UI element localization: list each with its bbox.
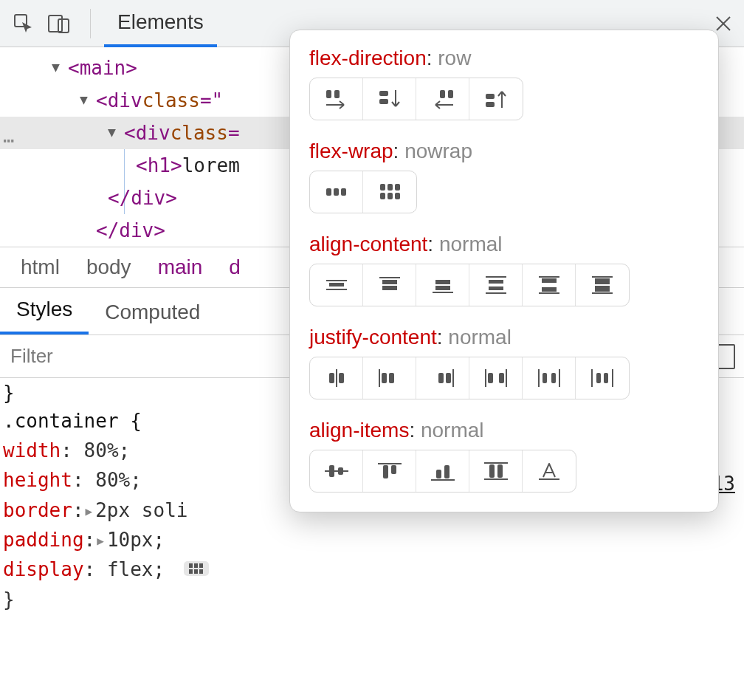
svg-rect-33 (542, 278, 557, 283)
svg-rect-10 (334, 90, 340, 98)
align-items-baseline-btn[interactable] (523, 450, 576, 492)
svg-rect-48 (604, 373, 608, 383)
svg-rect-32 (489, 286, 503, 290)
section-align-items: align-items: normal (309, 419, 703, 493)
tag-div: div (136, 117, 170, 149)
svg-rect-4 (194, 563, 198, 568)
val-flex-wrap: nowrap (404, 140, 472, 162)
svg-rect-12 (379, 99, 388, 104)
align-items-end-btn[interactable] (416, 450, 469, 492)
crumb-main[interactable]: main (145, 255, 216, 279)
svg-rect-11 (379, 91, 388, 96)
svg-rect-49 (329, 465, 334, 477)
svg-rect-43 (488, 373, 493, 383)
svg-rect-42 (446, 373, 451, 383)
attr-class: class (170, 117, 228, 149)
align-items-stretch-btn[interactable] (469, 450, 523, 492)
align-content-space-between-btn[interactable] (523, 264, 576, 306)
svg-rect-51 (383, 465, 388, 478)
section-flex-direction: flex-direction: row (309, 47, 703, 120)
svg-rect-22 (395, 184, 400, 191)
inspect-icon[interactable] (6, 6, 41, 41)
svg-rect-52 (391, 465, 396, 474)
css-decl-padding[interactable]: padding:▶10px; (3, 525, 744, 555)
align-items-center-btn[interactable] (310, 450, 363, 492)
flex-editor-badge[interactable] (184, 561, 209, 576)
val-align-content: normal (439, 233, 503, 255)
justify-content-end-btn[interactable] (416, 357, 469, 399)
svg-rect-50 (338, 467, 343, 475)
flex-wrap-wrap-btn[interactable] (363, 171, 416, 213)
justify-content-space-evenly-btn[interactable] (576, 357, 629, 399)
tag-main: <main> (68, 52, 137, 84)
flex-direction-row-reverse-btn[interactable] (416, 78, 469, 120)
svg-rect-44 (499, 373, 504, 383)
flex-direction-row-btn[interactable] (310, 78, 363, 120)
svg-rect-19 (341, 188, 346, 196)
svg-rect-3 (189, 563, 193, 568)
svg-rect-6 (189, 569, 193, 574)
tag-h1: <h1> (136, 149, 182, 182)
subtab-computed-label: Computed (105, 301, 200, 323)
svg-rect-28 (382, 286, 397, 290)
css-rule-close: } (3, 585, 744, 614)
svg-rect-38 (339, 373, 344, 383)
text-node: lorem (182, 149, 240, 182)
justify-content-space-between-btn[interactable] (469, 357, 523, 399)
svg-rect-20 (380, 184, 385, 191)
section-flex-wrap: flex-wrap: nowrap (309, 140, 703, 213)
svg-rect-24 (388, 193, 393, 199)
justify-content-center-btn[interactable] (310, 357, 363, 399)
crumb-div[interactable]: d (216, 255, 254, 279)
svg-rect-5 (199, 563, 203, 568)
flex-wrap-nowrap-btn[interactable] (310, 171, 363, 213)
svg-rect-8 (199, 569, 203, 574)
svg-rect-55 (489, 464, 495, 478)
svg-rect-15 (486, 94, 495, 99)
tag-div-close: </div> (108, 182, 177, 214)
svg-rect-18 (334, 188, 339, 196)
align-content-stretch-btn[interactable] (576, 264, 629, 306)
svg-rect-56 (497, 464, 503, 478)
justify-content-space-around-btn[interactable] (523, 357, 576, 399)
align-content-center-btn[interactable] (310, 264, 363, 306)
crumb-html[interactable]: html (7, 255, 73, 279)
prop-justify-content: justify-content (309, 326, 437, 349)
align-content-space-around-btn[interactable] (469, 264, 523, 306)
svg-rect-9 (326, 90, 331, 98)
align-content-start-btn[interactable] (363, 264, 416, 306)
svg-rect-47 (596, 373, 601, 383)
prop-flex-direction: flex-direction (309, 47, 427, 69)
svg-rect-54 (444, 465, 450, 478)
svg-rect-7 (194, 569, 198, 574)
svg-rect-25 (395, 193, 400, 199)
css-decl-display[interactable]: display: flex; (3, 555, 744, 584)
val-justify-content: normal (448, 326, 512, 349)
section-justify-content: justify-content: normal (309, 326, 703, 399)
subtab-styles-label: Styles (16, 298, 72, 320)
flex-direction-column-reverse-btn[interactable] (469, 78, 523, 120)
svg-rect-39 (382, 373, 387, 383)
align-items-start-btn[interactable] (363, 450, 416, 492)
flex-direction-column-btn[interactable] (363, 78, 416, 120)
device-toggle-icon[interactable] (41, 6, 77, 41)
svg-rect-40 (389, 373, 394, 383)
svg-rect-35 (595, 278, 610, 284)
separator (90, 9, 91, 38)
svg-rect-31 (489, 280, 503, 284)
svg-rect-34 (542, 287, 557, 292)
align-content-end-btn[interactable] (416, 264, 469, 306)
justify-content-start-btn[interactable] (363, 357, 416, 399)
subtab-styles[interactable]: Styles (0, 287, 89, 334)
prop-align-content: align-content (309, 233, 427, 255)
svg-rect-21 (388, 184, 393, 191)
punct: = (228, 117, 240, 149)
val-align-items: normal (421, 419, 484, 442)
svg-rect-37 (329, 373, 334, 383)
svg-rect-30 (435, 286, 450, 290)
svg-rect-1 (49, 16, 62, 32)
crumb-body[interactable]: body (73, 255, 145, 279)
subtab-computed[interactable]: Computed (89, 290, 216, 334)
svg-rect-53 (436, 470, 441, 478)
tab-elements[interactable]: Elements (104, 0, 217, 47)
